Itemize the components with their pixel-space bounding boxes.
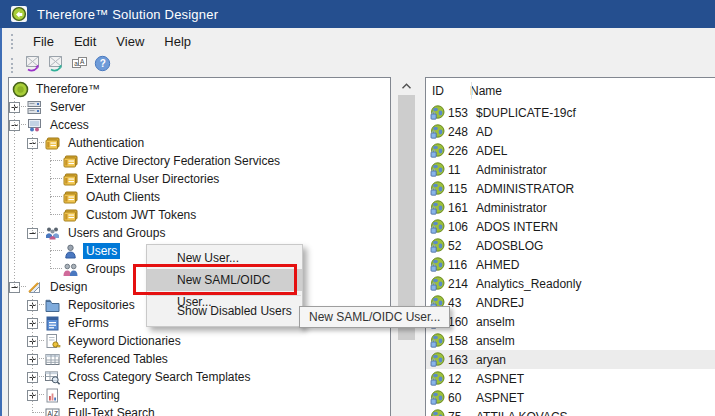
help-button[interactable]: ?: [92, 55, 113, 76]
tree-connector: [14, 124, 26, 125]
user-id: 163: [448, 353, 476, 367]
tree-item-users-and-groups[interactable]: Users and Groups: [9, 224, 390, 242]
tree-item-custom-jwt-tokens[interactable]: Custom JWT Tokens: [9, 206, 390, 224]
user-id: 75: [448, 410, 476, 416]
scrollbar-thumb[interactable]: [398, 95, 415, 340]
user-id: 106: [448, 220, 476, 234]
user-row-duplicate-19cf[interactable]: 153$DUPLICATE-19cf: [426, 103, 715, 122]
expand-toggle-icon[interactable]: [27, 354, 44, 365]
menu-item-new-saml-oidc-user[interactable]: New SAML/OIDC User...: [147, 269, 302, 291]
tree-scrollbar[interactable]: [398, 78, 415, 416]
tree-connector: [32, 376, 44, 377]
tree-item-therefore[interactable]: Therefore™: [9, 80, 390, 98]
column-header-name[interactable]: Name: [470, 84, 502, 98]
tree-guide-line: [32, 296, 33, 413]
user-row-aryan[interactable]: 163aryan: [426, 350, 715, 369]
svg-text:?: ?: [100, 58, 106, 69]
user-row-adosblog[interactable]: 52ADOSBLOG: [426, 236, 715, 255]
expand-toggle-icon[interactable]: [27, 372, 44, 383]
translate-button[interactable]: aA: [69, 55, 90, 76]
tree-item-label: Referenced Tables: [65, 351, 171, 367]
user-globe-lock-icon: [430, 257, 445, 272]
tree-item-full-text-search[interactable]: AZFull-Text Search: [9, 404, 390, 416]
user-row-ahmed[interactable]: 116AHMED: [426, 255, 715, 274]
expand-toggle-icon[interactable]: [27, 300, 44, 311]
help-icon: ?: [94, 55, 111, 76]
user-row-administrator[interactable]: 161Administrator: [426, 198, 715, 217]
tree-item-keyword-dictionaries[interactable]: Keyword Dictionaries: [9, 332, 390, 350]
report-icon: [44, 387, 61, 404]
tree-item-referenced-tables[interactable]: Referenced Tables: [9, 350, 390, 368]
workflow-export-button[interactable]: [23, 55, 44, 76]
menu-help[interactable]: Help: [154, 31, 201, 52]
menu-file[interactable]: File: [23, 31, 64, 52]
menu-item-show-disabled-users[interactable]: Show Disabled Users: [147, 300, 302, 322]
auth-folder-icon: [44, 135, 61, 152]
tree-item-oauth-clients[interactable]: OAuth Clients: [9, 188, 390, 206]
column-separator[interactable]: [471, 82, 472, 99]
tree-connector: [50, 268, 62, 269]
user-row-administrator[interactable]: 115ADMINISTRATOR: [426, 179, 715, 198]
tree-item-label: Reporting: [65, 387, 123, 403]
user-globe-lock-icon: [430, 371, 445, 386]
user-row-aspnet[interactable]: 12ASPNET: [426, 369, 715, 388]
collapse-toggle-icon[interactable]: [9, 282, 26, 293]
expand-toggle-icon[interactable]: [27, 318, 44, 329]
user-row-anselm[interactable]: 160anselm: [426, 312, 715, 331]
user-id: 11: [448, 163, 476, 177]
tree-item-access[interactable]: Access: [9, 116, 390, 134]
server-icon: [26, 99, 43, 116]
user-row-adel[interactable]: 226ADEL: [426, 141, 715, 160]
user-globe-lock-icon: [430, 333, 445, 348]
tree-connector: [32, 232, 44, 233]
user-globe-lock-icon: [430, 124, 445, 139]
user-row-attila-kovacs[interactable]: 75ATTILA KOVACS: [426, 407, 715, 416]
user-name: ADEL: [476, 144, 507, 158]
user-name: aryan: [476, 353, 506, 367]
user-name: ANDREJ: [476, 296, 524, 310]
collapse-toggle-icon[interactable]: [9, 120, 26, 131]
user-row-ados-intern[interactable]: 106ADOS INTERN: [426, 217, 715, 236]
user-row-administrator[interactable]: 11Administrator: [426, 160, 715, 179]
collapse-toggle-icon[interactable]: [27, 228, 44, 239]
tree-item-active-directory-federation-services[interactable]: Active Directory Federation Services: [9, 152, 390, 170]
expand-toggle-icon[interactable]: [27, 390, 44, 401]
user-row-ad[interactable]: 248AD: [426, 122, 715, 141]
tree-item-external-user-directories[interactable]: External User Directories: [9, 170, 390, 188]
user-row-aspnet[interactable]: 60ASPNET: [426, 388, 715, 407]
tree-connector: [50, 160, 62, 161]
menu-view[interactable]: View: [106, 31, 154, 52]
user-row-analytics-readonly[interactable]: 214Analytics_Readonly: [426, 274, 715, 293]
collapse-toggle-icon[interactable]: [27, 138, 44, 149]
tree-connector: [14, 286, 26, 287]
expand-toggle-icon[interactable]: [27, 336, 44, 347]
tree-item-server[interactable]: Server: [9, 98, 390, 116]
user-row-andrej[interactable]: 43ANDREJ: [426, 293, 715, 312]
tree-item-authentication[interactable]: Authentication: [9, 134, 390, 152]
tree-item-cross-category-search-templates[interactable]: Cross Category Search Templates: [9, 368, 390, 386]
tree-connector: [14, 106, 26, 107]
workflow-import-button[interactable]: [46, 55, 67, 76]
user-globe-lock-icon: [430, 352, 445, 367]
scrollbar-up-arrow-icon[interactable]: [398, 78, 415, 95]
tree-item-label: OAuth Clients: [83, 189, 163, 205]
user-id: 158: [448, 334, 476, 348]
tree-connector: [32, 394, 44, 395]
window-title: Therefore™ Solution Designer: [37, 7, 218, 22]
svg-text:A: A: [80, 58, 85, 65]
menu-item-new-user[interactable]: New User...: [147, 247, 302, 269]
column-header-id[interactable]: ID: [426, 84, 470, 98]
user-name: Analytics_Readonly: [476, 277, 581, 291]
expand-toggle-icon[interactable]: [9, 102, 26, 113]
tree-item-label: Repositories: [65, 297, 138, 313]
tree-connector: [32, 340, 44, 341]
user-row-anselm[interactable]: 158anselm: [426, 331, 715, 350]
tree-item-label: Users: [83, 243, 120, 259]
user-globe-lock-icon: [430, 200, 445, 215]
folder-icon: [44, 297, 61, 314]
tree-item-label: Server: [47, 99, 88, 115]
tree-item-reporting[interactable]: Reporting: [9, 386, 390, 404]
user-name: Administrator: [476, 201, 547, 215]
design-icon: [26, 279, 43, 296]
menu-edit[interactable]: Edit: [64, 31, 106, 52]
